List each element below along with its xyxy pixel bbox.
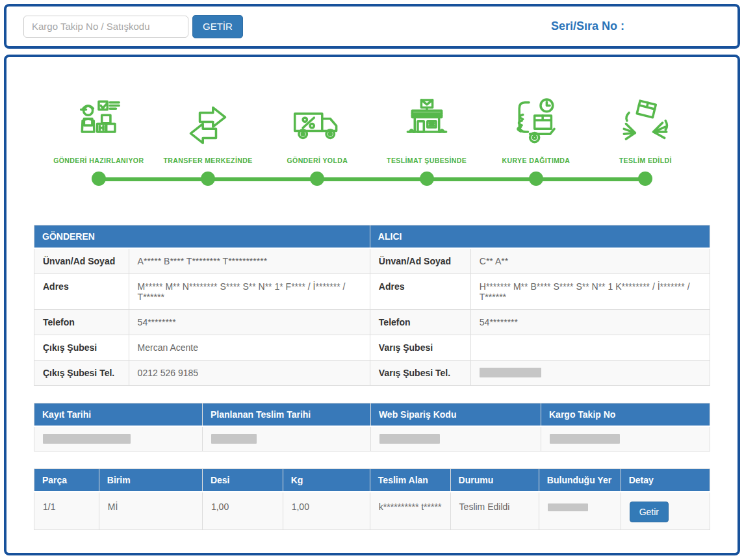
tracker-dot <box>420 172 434 186</box>
handtruck-clock-icon <box>511 97 561 148</box>
transfer-arrows-icon <box>183 97 233 148</box>
shipment-dates-table: Kayıt Tarihi Planlanan Teslim Tarihi Web… <box>34 403 710 452</box>
column-header: Kg <box>283 469 370 492</box>
parcel-count: 1/1 <box>34 492 99 530</box>
field-value: H******* M** B**** S**** S** N** 1 K****… <box>470 274 710 310</box>
tracker-step-transfer: TRANSFER MERKEZİNDE <box>153 97 263 164</box>
tracking-number-input[interactable] <box>23 16 188 38</box>
column-header: Bulunduğu Yer <box>539 469 621 492</box>
table-row: Ünvan/Ad Soyad A***** B**** T******** T*… <box>34 248 710 274</box>
field-value <box>202 426 370 452</box>
field-value: Mercan Acente <box>129 335 370 361</box>
field-label: Adres <box>34 274 129 310</box>
table-row: Telefon 54******** Telefon 54******** <box>34 310 710 335</box>
field-label: Varış Şubesi Tel. <box>370 361 470 386</box>
tracker-step-label: GÖNDERİ YOLDA <box>287 157 348 164</box>
field-label: Telefon <box>34 310 129 335</box>
field-value: 0212 526 9185 <box>129 361 370 386</box>
field-value: 54******** <box>470 310 710 335</box>
field-label: Ünvan/Ad Soyad <box>370 248 470 274</box>
tracker-dot <box>92 172 106 186</box>
delivered-hands-icon <box>620 97 671 148</box>
tracker-step-preparing: GÖNDERİ HAZIRLANIYOR <box>44 97 153 164</box>
field-value: M***** M** N******** S**** S** N** 1* F*… <box>129 274 370 310</box>
redacted-value <box>548 503 588 511</box>
redacted-value <box>379 434 440 444</box>
tracker-step-courier-distribution: KURYE DAĞITIMDA <box>481 97 591 164</box>
table-row <box>34 426 710 452</box>
redacted-value <box>211 434 257 444</box>
column-header: Parça <box>34 469 99 492</box>
field-value <box>370 426 541 452</box>
column-header: Planlanan Teslim Tarihi <box>202 403 370 427</box>
redacted-value <box>43 434 131 444</box>
cargo-truck-icon <box>292 97 342 148</box>
tracker-step-label: KURYE DAĞITIMDA <box>502 157 571 164</box>
field-value <box>34 426 203 452</box>
tracker-step-delivery-branch: TESLİMAT ŞUBESİNDE <box>372 97 481 164</box>
serial-number-label: Seri/Sıra No : <box>551 19 624 33</box>
tracker-dot <box>310 172 324 186</box>
column-header: Detay <box>621 469 710 492</box>
parcels-table: Parça Birim Desi Kg Teslim Alan Durumu B… <box>34 468 710 530</box>
column-header: Kayıt Tarihi <box>34 403 203 427</box>
parcel-status: Teslim Edildi <box>450 492 539 530</box>
column-header: Web Sipariş Kodu <box>370 403 541 427</box>
tracker-step-label: TESLİM EDİLDİ <box>619 157 672 164</box>
sender-header: GÖNDEREN <box>34 225 370 249</box>
parcel-location <box>539 492 621 530</box>
table-row: Çıkış Şubesi Mercan Acente Varış Şubesi <box>34 335 710 361</box>
tracker-step-label: GÖNDERİ HAZIRLANIYOR <box>53 157 144 164</box>
tracker-step-on-the-way: GÖNDERİ YOLDA <box>263 97 372 164</box>
search-bar: GETİR Seri/Sıra No : <box>4 4 740 49</box>
receiver-header: ALICI <box>370 225 710 249</box>
field-value: 54******** <box>129 310 370 335</box>
field-value: C** A** <box>470 248 710 274</box>
table-row: Adres M***** M** N******** S**** S** N**… <box>34 274 710 310</box>
tracker-dot <box>638 172 652 186</box>
field-value <box>470 335 710 361</box>
tracker-step-label: TESLİMAT ŞUBESİNDE <box>387 157 467 164</box>
parcel-unit: Mİ <box>99 492 202 530</box>
field-value <box>470 361 710 386</box>
sender-receiver-table: GÖNDEREN ALICI Ünvan/Ad Soyad A***** B**… <box>34 225 710 386</box>
parcel-kg: 1,00 <box>283 492 370 530</box>
field-label: Varış Şubesi <box>370 335 470 361</box>
field-label: Çıkış Şubesi <box>34 335 129 361</box>
shipment-progress-tracker: GÖNDERİ HAZIRLANIYOR TRANSFER MERKEZİNDE <box>44 97 700 187</box>
branch-store-icon <box>402 97 452 148</box>
column-header: Kargo Takip No <box>541 403 710 427</box>
field-value <box>541 426 710 452</box>
tracker-step-delivered: TESLİM EDİLDİ <box>591 97 700 164</box>
detail-fetch-button[interactable]: Getir <box>630 502 669 522</box>
tracker-timeline <box>44 172 700 187</box>
field-label: Çıkış Şubesi Tel. <box>34 361 129 386</box>
fetch-button[interactable]: GETİR <box>192 15 243 38</box>
tracker-dot <box>201 172 215 186</box>
column-header: Teslim Alan <box>370 469 450 492</box>
tracker-line <box>99 177 646 181</box>
parcel-detail-cell: Getir <box>621 492 710 530</box>
shipment-details-panel: GÖNDERİ HAZIRLANIYOR TRANSFER MERKEZİNDE <box>4 55 740 555</box>
table-row: 1/1 Mİ 1,00 1,00 k********** t***** Tesl… <box>34 492 710 530</box>
field-label: Adres <box>370 274 470 310</box>
field-label: Ünvan/Ad Soyad <box>34 248 129 274</box>
tracker-step-label: TRANSFER MERKEZİNDE <box>164 157 253 164</box>
parcel-received-by: k********** t***** <box>370 492 450 530</box>
field-value: A***** B**** T******** T*********** <box>129 248 370 274</box>
redacted-value <box>480 368 541 377</box>
column-header: Durumu <box>450 469 539 492</box>
parcel-desi: 1,00 <box>202 492 283 530</box>
courier-packing-icon <box>73 97 124 148</box>
table-row: Çıkış Şubesi Tel. 0212 526 9185 Varış Şu… <box>34 361 710 386</box>
column-header: Birim <box>99 469 202 492</box>
field-label: Telefon <box>370 310 470 335</box>
redacted-value <box>550 434 620 444</box>
column-header: Desi <box>202 469 283 492</box>
tracker-dot <box>529 172 543 186</box>
